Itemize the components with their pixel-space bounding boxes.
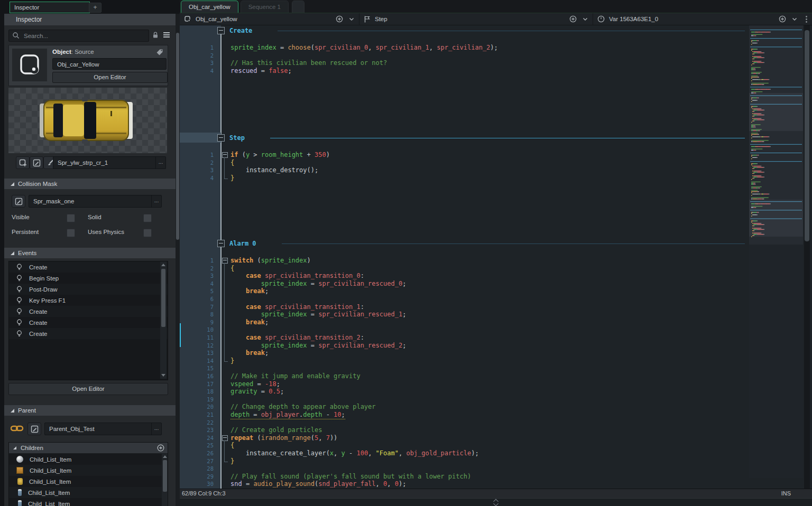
event-list-item[interactable]: Key Press F1	[9, 295, 168, 306]
event-list-item[interactable]: Create	[9, 317, 168, 328]
parent-name-field[interactable]: Parent_Obj_Test ...	[44, 423, 162, 435]
code-line[interactable]: 7 case spr_civilian_transition_1:	[180, 303, 748, 311]
add-child-icon[interactable]	[157, 444, 164, 452]
event-header[interactable]: Step	[180, 134, 748, 142]
code-line[interactable]: 22	[180, 419, 748, 427]
code-area[interactable]: Create1sprite_index = choose(spr_civilia…	[180, 25, 812, 489]
code-line[interactable]: 2{	[180, 159, 748, 167]
code-line[interactable]: 26 instance_create_layer(x, y - 100, "Fo…	[180, 449, 748, 457]
chevron-down-icon[interactable]	[582, 16, 588, 22]
code-line[interactable]: 21depth = obj_player.depth - 10;	[180, 411, 748, 419]
tab-obj-car-yellow[interactable]: Obj_car_yellow	[181, 1, 238, 13]
parent-section-header[interactable]: Parent	[4, 405, 176, 416]
object-name-field[interactable]: Obj_car_Yellow	[52, 58, 167, 70]
tag-icon[interactable]	[156, 49, 163, 56]
object-open-editor-button[interactable]: Open Editor	[52, 72, 168, 83]
parent-more-button[interactable]: ...	[151, 423, 161, 435]
children-section-header[interactable]: Children	[9, 443, 168, 453]
code-line[interactable]: 4rescued = false;	[180, 67, 748, 75]
collapse-event-icon[interactable]	[217, 134, 225, 142]
sprite-name-field[interactable]: Spr_ylw_strp_cr_1 ...	[53, 156, 166, 169]
child-list-item[interactable]: Child_List_Item	[9, 454, 162, 465]
chevron-down-icon[interactable]	[348, 16, 355, 22]
editor-scroll-thumb[interactable]	[805, 30, 809, 241]
search-input[interactable]	[23, 31, 146, 41]
uses-physics-checkbox[interactable]	[143, 229, 152, 237]
event-header[interactable]: Alarm 0	[180, 239, 748, 248]
mask-more-button[interactable]: ...	[151, 195, 161, 207]
events-scrollbar[interactable]	[160, 261, 167, 379]
code-line[interactable]: 1if (y > room_height + 350)	[180, 151, 748, 159]
code-line[interactable]: 16// Make it jump and enable gravity	[180, 372, 748, 380]
kebab-menu-icon[interactable]	[805, 15, 808, 23]
edit-parent-button[interactable]	[27, 423, 41, 435]
event-list-item[interactable]: Create	[9, 306, 168, 317]
event-list-item[interactable]: Create	[9, 328, 168, 339]
code-line[interactable]: 4 sprite_index = spr_civilian_rescued_0;	[180, 280, 748, 288]
scroll-up-icon[interactable]	[163, 455, 167, 458]
code-line[interactable]: 24repeat (irandom_range(5, 7))	[180, 434, 748, 442]
code-line[interactable]: 1sprite_index = choose(spr_civilian_0, s…	[180, 44, 748, 52]
chevron-down-icon[interactable]	[791, 16, 798, 22]
child-list-item[interactable]: Child_List_Item	[9, 498, 162, 506]
code-line[interactable]: 2	[180, 52, 748, 60]
persistent-checkbox[interactable]	[67, 229, 75, 237]
scroll-up-icon[interactable]	[161, 264, 165, 266]
scroll-down-icon[interactable]	[161, 374, 165, 377]
inspector-scroll-thumb[interactable]	[176, 33, 179, 240]
event-header[interactable]: Create	[180, 26, 748, 35]
code-line[interactable]: 19	[180, 396, 748, 404]
add-circle-icon[interactable]	[569, 15, 577, 23]
hamburger-menu-icon[interactable]	[162, 31, 171, 39]
child-list-item[interactable]: Child_List_Item	[9, 476, 162, 487]
code-line[interactable]: 10	[180, 326, 748, 334]
visible-checkbox[interactable]	[67, 214, 75, 222]
lock-icon[interactable]	[152, 31, 159, 39]
code-line[interactable]: 23// Create gold particles	[180, 426, 748, 434]
new-sprite-button[interactable]	[16, 156, 30, 169]
edit-mask-button[interactable]	[12, 195, 25, 208]
code-line[interactable]: 15	[180, 364, 748, 372]
code-line[interactable]: 9 break;	[180, 318, 748, 326]
code-line[interactable]: 6	[180, 295, 748, 303]
code-line[interactable]: 18gravity = 0.5;	[180, 388, 748, 396]
events-open-editor-button[interactable]: Open Editor	[8, 383, 168, 395]
code-line[interactable]: 3 instance_destroy();	[180, 166, 748, 174]
inspector-doc-tab[interactable]: Inspector	[10, 2, 90, 13]
code-line[interactable]: 17vspeed = -18;	[180, 380, 748, 388]
events-scroll-thumb[interactable]	[161, 269, 165, 327]
tab-sequence-1[interactable]: Sequence 1	[241, 1, 289, 13]
code-line[interactable]: 13 break;	[180, 349, 748, 357]
children-scroll-thumb[interactable]	[163, 460, 167, 492]
tab-stub[interactable]	[292, 1, 304, 13]
code-line[interactable]: 25{	[180, 442, 748, 449]
code-line[interactable]: 11 case spr_civilian_transition_2:	[180, 334, 748, 342]
code-line[interactable]: 27}	[180, 457, 748, 465]
code-line[interactable]: 5 break;	[180, 287, 748, 295]
minimap[interactable]	[749, 25, 803, 478]
inspector-search-box[interactable]	[8, 30, 149, 42]
events-section-header[interactable]: Events	[4, 248, 176, 258]
code-line[interactable]: 4}	[180, 174, 748, 182]
edit-sprite-button[interactable]	[30, 156, 43, 169]
code-line[interactable]: 29// Play fall sound (player's fall soun…	[180, 473, 748, 481]
child-list-item[interactable]: Child_List_Item	[9, 465, 162, 476]
solid-checkbox[interactable]	[143, 214, 152, 222]
event-list-item[interactable]: Create	[9, 261, 168, 273]
sprite-preview[interactable]	[8, 88, 167, 153]
code-line[interactable]: 14}	[180, 357, 748, 365]
code-line[interactable]: 8 sprite_index = spr_civilian_rescued_1;	[180, 311, 748, 318]
sprite-more-button[interactable]: ...	[155, 157, 165, 168]
code-line[interactable]: 3 case spr_civilian_transition_0:	[180, 272, 748, 280]
child-list-item[interactable]: Child_List_Item	[9, 487, 162, 498]
code-line[interactable]: 28	[180, 465, 748, 473]
code-line[interactable]: 2{	[180, 265, 748, 273]
output-panel-splitter[interactable]	[180, 498, 812, 506]
code-line[interactable]: 12 sprite_index = spr_civilian_rescued_2…	[180, 342, 748, 350]
collapse-event-icon[interactable]	[217, 27, 225, 34]
collision-mask-section-header[interactable]: Collision Mask	[4, 179, 176, 189]
code-line[interactable]: 3// Has this civilian been rescued or no…	[180, 59, 748, 67]
mask-name-field[interactable]: Spr_mask_one ...	[29, 195, 162, 208]
code-line[interactable]: 1switch (sprite_index)	[180, 257, 748, 265]
add-tab-button[interactable]: +	[89, 3, 102, 13]
